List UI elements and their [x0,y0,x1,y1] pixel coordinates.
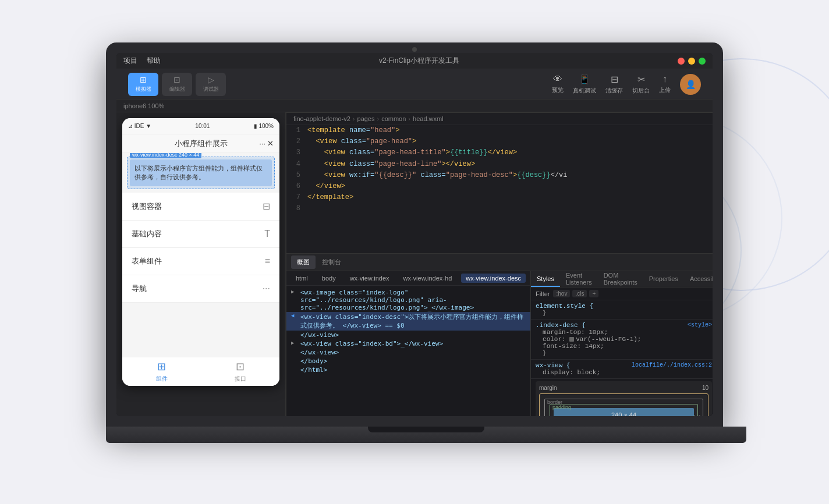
styles-prop: display: block; [536,369,712,376]
html-line: ▶ <wx-image class="index-logo" src="../r… [286,288,530,312]
box-margin: border - padding - 240 × 44 [539,393,708,416]
editor-icon: ⊡ [173,75,180,84]
phone-panel: ⊿ IDE ▼ 10:01 ▮ 100% 小程序组件展示 ··· ✕ [116,112,286,416]
styles-filter: Filter :hov .cls + [531,288,713,300]
upload-label: 上传 [659,86,671,94]
dom-tab-wx-view-index-hd[interactable]: wx-view.index-hd [399,274,457,283]
tool-editor[interactable]: ⊡ 编辑器 [162,73,192,96]
styles-rule-index-desc: .index-desc { <style> margin-top: 10px; … [531,320,713,360]
minimize-btn[interactable] [688,58,695,65]
phone-title: 小程序组件展示 [175,139,228,149]
realtest-icon: 📱 [579,74,590,85]
debug-label: 调试器 [203,86,219,93]
html-line: </html> [286,365,530,374]
line-number: 3 [286,147,307,158]
nav-item-interface[interactable]: ⊡ 接口 [201,357,279,386]
tool-debug[interactable]: ▷ 调试器 [196,73,226,96]
line-number: 5 [286,170,307,181]
html-content: </wx-view> [300,331,339,339]
menu-help[interactable]: 帮助 [147,56,161,66]
html-content: </html> [300,366,327,374]
box-model: margin 10 border - [536,381,712,416]
line-number: 7 [286,192,307,203]
list-item-nav[interactable]: 导航 ··· [122,275,279,303]
action-clearcache[interactable]: ⊟ 清缓存 [605,74,623,95]
main-content: ⊿ IDE ▼ 10:01 ▮ 100% 小程序组件展示 ··· ✕ [116,112,713,416]
line-number: 6 [286,181,307,192]
line-content: <template name="head"> [307,125,399,136]
line-content: <view class="page-head"> [307,136,416,147]
simulator-icon: ⊞ [140,75,147,84]
line-content: <view class="page-head-line"></view> [307,159,475,170]
html-content-active: <wx-view class="index-desc">以下将展示小程序官方组件… [300,313,526,330]
realtest-label: 真机调试 [573,87,596,95]
close-icon: ✕ [267,139,274,148]
line-content: <view wx:if="{{desc}}" class="page-head-… [307,170,568,181]
bottom-panel-content: html body wx-view.index wx-view.index-hd… [286,271,713,416]
breadcrumb-root: fino-applet-demo-v2 [293,115,350,122]
styles-tab-bar: Styles Event Listeners DOM Breakpoints P… [531,271,713,288]
list-item-form[interactable]: 表单组件 ≡ [122,248,279,275]
action-cutbackend[interactable]: ✂ 切后台 [632,74,650,95]
list-item-basic[interactable]: 基础内容 T [122,221,279,248]
avatar-button[interactable]: 👤 [680,74,701,95]
nav-item-components[interactable]: ⊞ 组件 [122,357,201,386]
list-item-icon: ⊟ [263,201,270,212]
styles-close: } [536,310,712,317]
menu-project[interactable]: 项目 [123,56,137,66]
line-number: 4 [286,159,307,170]
expand-icon: ▶ [291,340,300,346]
html-content: <wx-view class="index-bd">_</wx-view> [300,340,443,347]
filter-tag-cls[interactable]: .cls [572,290,587,297]
phone-title-actions[interactable]: ··· ✕ [259,139,274,148]
nav-label-interface: 接口 [235,375,246,383]
action-upload[interactable]: ↑ 上传 [659,74,671,94]
styles-prop: margin-top: 10px; [536,329,712,336]
list-item-icon: ··· [263,283,270,294]
component-desc: 以下将展示小程序官方组件能力，组件样式仅供参考，自行设供参考。 [130,159,272,186]
phone-battery: ▮ 100% [254,123,274,129]
line-content: <view class="page-head-title">{{title}}<… [307,147,517,158]
dom-tabs-bar: html body wx-view.index wx-view.index-hd… [286,271,530,286]
maximize-btn[interactable] [699,58,706,65]
box-padding: padding - 240 × 44 [550,404,698,416]
active-indicator: ◀ [291,313,300,319]
styles-tab-accessibility[interactable]: Accessibility [684,271,713,287]
breadcrumb: fino-applet-demo-v2 › pages › common › h… [286,113,713,125]
close-btn[interactable] [678,58,685,65]
list-item-views[interactable]: 视图容器 ⊟ [122,193,279,221]
styles-tab-styles[interactable]: Styles [531,271,560,287]
dom-tab-wx-view-index[interactable]: wx-view.index [345,274,394,283]
code-editor[interactable]: 1 <template name="head"> 2 <view class="… [286,125,713,253]
component-highlight: wx-view.index-desc 240 × 44 以下将展示小程序官方组件… [127,157,275,189]
upload-icon: ↑ [663,74,667,84]
line-number: 1 [286,125,307,136]
box-model-labels: margin 10 [539,385,708,391]
dom-tab-body[interactable]: body [317,274,341,283]
dom-tab-html[interactable]: html [291,274,313,283]
styles-source: localfile/./index.css:2 [632,362,712,369]
filter-tag-plus[interactable]: + [589,290,598,297]
bottom-tab-overview[interactable]: 概图 [291,255,316,269]
dom-tab-wx-view-index-desc[interactable]: wx-view.index-desc [461,274,526,283]
code-line: 8 [286,203,713,214]
html-line: ▶ <wx-view class="index-bd">_</wx-view> [286,339,530,348]
debug-icon: ▷ [208,75,214,84]
styles-tab-properties[interactable]: Properties [643,271,684,287]
sep: › [408,115,410,122]
html-content: </body> [300,357,327,365]
bottom-tab-console[interactable]: 控制台 [316,255,347,269]
styles-selector: element.style { [536,303,712,310]
action-preview[interactable]: 👁 预览 [552,74,564,94]
action-realtest[interactable]: 📱 真机调试 [573,74,596,95]
laptop-camera [412,47,417,52]
filter-tag-hov[interactable]: :hov [553,290,570,297]
styles-tab-event-listeners[interactable]: Event Listeners [560,271,598,287]
styles-tab-dom-breakpoints[interactable]: DOM Breakpoints [598,271,643,287]
cutbackend-icon: ✂ [637,74,645,85]
margin-label: margin [539,385,557,391]
tool-simulator[interactable]: ⊞ 模拟器 [128,73,158,96]
list-item-label: 表单组件 [132,256,162,267]
html-line: </body> [286,357,530,365]
device-name: iphone6 100% [123,102,164,109]
